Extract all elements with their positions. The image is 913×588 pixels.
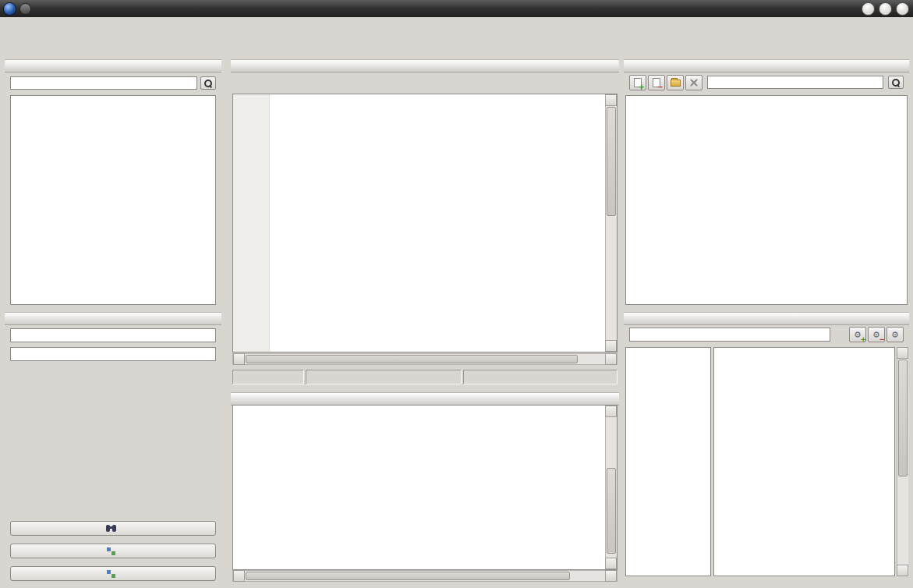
search-options [17, 388, 217, 451]
remove-file-icon [653, 78, 660, 87]
maximize-button[interactable] [879, 2, 892, 16]
editor-horizontal-scrollbar[interactable] [232, 353, 618, 365]
option-grid [713, 347, 895, 576]
code-editor[interactable] [232, 94, 618, 352]
edit-configuration-button[interactable]: ⚙ [886, 327, 904, 342]
messages-vertical-scrollbar[interactable] [605, 406, 617, 569]
scrollbar-thumb[interactable] [246, 572, 570, 580]
symbol-tree [10, 95, 216, 305]
scroll-left-icon[interactable] [233, 570, 245, 582]
coedit-window: ⚙+ ⚙− ⚙ [0, 0, 913, 588]
explorer-search-button[interactable] [200, 76, 216, 90]
open-folder-button[interactable] [667, 75, 684, 90]
replace-term-combo[interactable] [10, 347, 216, 361]
project-configuration-header [624, 312, 909, 325]
caret-position [232, 370, 304, 384]
search-term-combo[interactable] [10, 328, 216, 342]
configuration-combo[interactable] [629, 328, 830, 342]
scrollbar-thumb[interactable] [246, 355, 578, 363]
scrollbar-thumb[interactable] [607, 468, 616, 554]
search-icon [203, 79, 213, 88]
editor-tabbar [232, 74, 618, 94]
scroll-right-icon[interactable] [605, 570, 617, 582]
messages-horizontal-scrollbar[interactable] [232, 570, 618, 582]
project-inspector-header [624, 59, 909, 73]
source-editor-panel [231, 59, 619, 390]
inspector-toolbar [629, 75, 904, 92]
project-inspector-panel [624, 59, 909, 310]
scroll-up-icon[interactable] [897, 347, 908, 359]
search-icon [891, 78, 901, 87]
messages-header [231, 392, 619, 406]
status-info [306, 370, 462, 384]
options-vertical-scrollbar[interactable] [897, 347, 908, 576]
messages-panel [231, 392, 619, 582]
option-categories-list [625, 347, 711, 576]
sticky-icon[interactable] [19, 3, 31, 15]
scrollbar-thumb[interactable] [607, 107, 616, 216]
replace-button[interactable] [10, 544, 216, 558]
editor-vertical-scrollbar[interactable] [605, 94, 617, 352]
add-file-button[interactable] [629, 75, 646, 90]
menubar [0, 17, 913, 34]
folder-icon [671, 80, 681, 87]
replace-icon [107, 547, 116, 555]
app-icon [3, 2, 16, 16]
inspector-filter-button[interactable] [888, 76, 904, 89]
line-number-gutter [233, 94, 270, 352]
delete-configuration-button[interactable]: ⚙− [868, 327, 885, 342]
messages-list [232, 405, 618, 570]
inspector-filter-input[interactable] [707, 76, 883, 89]
close-button[interactable] [896, 2, 909, 16]
static-explorer-header [5, 59, 221, 73]
project-configuration-panel: ⚙+ ⚙− ⚙ [624, 312, 909, 582]
project-tools-button[interactable] [685, 75, 702, 90]
scroll-left-icon[interactable] [233, 353, 245, 365]
scroll-down-icon[interactable] [897, 565, 908, 576]
edit-configuration-icon: ⚙ [891, 331, 899, 339]
find-icon [106, 525, 116, 532]
static-explorer-panel [5, 59, 221, 310]
scroll-up-icon[interactable] [605, 406, 617, 417]
scroll-down-icon[interactable] [605, 340, 617, 352]
remove-file-button[interactable] [648, 75, 665, 90]
find-button[interactable] [10, 521, 216, 536]
scroll-up-icon[interactable] [605, 94, 617, 106]
file-path [463, 370, 618, 384]
scroll-right-icon[interactable] [605, 353, 617, 365]
project-tree [625, 95, 908, 305]
add-file-icon [634, 78, 642, 87]
editor-statusbar [232, 370, 618, 384]
minimize-button[interactable] [862, 2, 875, 16]
tools-icon [689, 78, 699, 87]
titlebar [0, 0, 913, 17]
scrollbar-thumb[interactable] [898, 360, 908, 476]
replace-all-icon [107, 570, 116, 578]
explorer-search-input[interactable] [10, 76, 197, 90]
replace-all-button[interactable] [10, 566, 216, 581]
scroll-down-icon[interactable] [605, 558, 617, 569]
search-replace-header [5, 312, 221, 325]
search-replace-panel [5, 312, 221, 582]
add-configuration-button[interactable]: ⚙+ [849, 327, 866, 342]
source-editor-header [231, 59, 619, 73]
add-configuration-icon: ⚙+ [854, 331, 862, 339]
delete-configuration-icon: ⚙− [872, 331, 880, 339]
